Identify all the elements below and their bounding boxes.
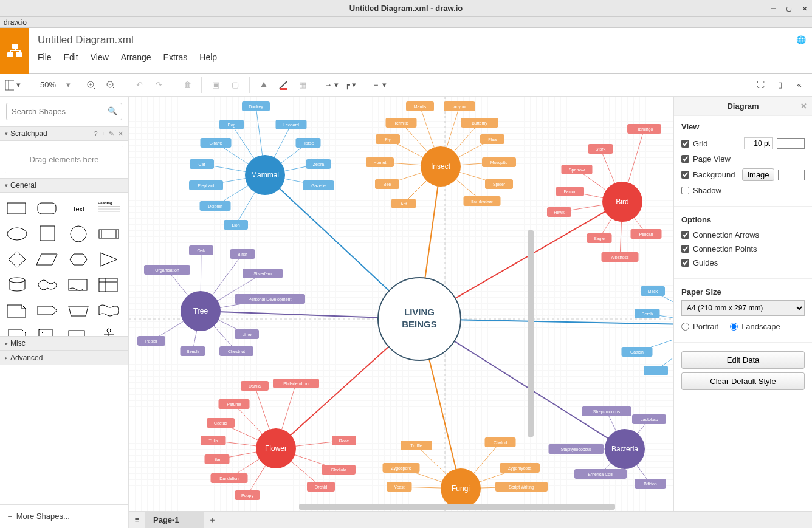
undo-icon[interactable]: ↶ <box>131 77 147 93</box>
format-panel-icon[interactable]: ▯ <box>772 77 788 93</box>
background-checkbox[interactable] <box>681 171 689 179</box>
line-color-icon[interactable] <box>275 77 291 93</box>
search-icon[interactable]: 🔍 <box>108 106 117 115</box>
palette-shape[interactable] <box>4 222 30 246</box>
svg-text:Ladybug: Ladybug <box>452 105 468 109</box>
grid-color-swatch[interactable] <box>777 138 805 149</box>
menu-file[interactable]: File <box>38 52 52 62</box>
svg-text:Elephant: Elephant <box>198 183 215 188</box>
svg-text:Fungi: Fungi <box>452 484 470 493</box>
fullscreen-icon[interactable]: ⛶ <box>752 77 768 93</box>
conn-points-checkbox[interactable] <box>681 245 689 253</box>
zoom-in-icon[interactable] <box>83 77 99 93</box>
language-icon[interactable]: 🌐 <box>796 35 806 44</box>
palette-shape[interactable] <box>95 298 122 323</box>
palette-shape[interactable] <box>34 196 61 221</box>
palette-shape[interactable]: Heading <box>95 196 122 221</box>
document-title[interactable]: Untitled Diagram.xml <box>29 28 812 47</box>
palette-shape[interactable] <box>34 273 61 297</box>
background-image-button[interactable]: Image <box>742 168 774 181</box>
guides-checkbox[interactable] <box>681 259 689 267</box>
collapse-icon[interactable]: « <box>791 77 807 93</box>
grid-size-input[interactable] <box>744 137 773 149</box>
to-front-icon[interactable]: ▣ <box>208 77 224 93</box>
palette-shape[interactable] <box>65 273 92 297</box>
page-tab[interactable]: Page-1 <box>146 512 204 529</box>
palette-shape[interactable] <box>34 222 61 246</box>
palette-shape[interactable] <box>4 196 30 221</box>
palette-shape[interactable] <box>95 222 122 246</box>
help-icon[interactable]: ? <box>94 130 97 138</box>
svg-text:Chytrid: Chytrid <box>494 441 507 445</box>
general-header[interactable]: ▾General <box>0 178 128 193</box>
palette-shape[interactable] <box>95 247 122 272</box>
paper-size-select[interactable]: A4 (210 mm x 297 mm) <box>681 300 805 316</box>
zoom-out-icon[interactable] <box>103 77 119 93</box>
close-scratchpad-icon[interactable]: ✕ <box>118 130 123 138</box>
misc-header[interactable]: ▸Misc <box>0 336 128 351</box>
palette-shape[interactable] <box>65 247 92 272</box>
menu-arrange[interactable]: Arrange <box>121 52 151 62</box>
close-panel-icon[interactable]: ✕ <box>800 101 807 111</box>
palette-shape[interactable] <box>95 273 122 297</box>
delete-icon[interactable]: 🗑 <box>179 77 195 93</box>
canvas-v-scrollbar[interactable] <box>528 230 534 437</box>
conn-arrows-checkbox[interactable] <box>681 231 689 239</box>
close-icon[interactable]: ✕ <box>802 4 807 13</box>
palette-shape[interactable] <box>4 273 30 297</box>
insert-icon[interactable]: ＋ ▾ <box>371 77 387 93</box>
palette-shape[interactable] <box>4 298 30 323</box>
more-shapes-button[interactable]: ＋ More Shapes... <box>0 504 128 528</box>
add-page-button[interactable]: ＋ <box>204 512 221 529</box>
connection-style-icon[interactable]: → ▾ <box>323 77 339 93</box>
grid-checkbox[interactable] <box>681 140 689 148</box>
svg-text:Dog: Dog <box>228 123 236 128</box>
menu-view[interactable]: View <box>91 52 109 62</box>
palette-shape[interactable]: Text <box>65 196 92 221</box>
edit-data-button[interactable]: Edit Data <box>681 351 805 369</box>
palette-shape[interactable] <box>34 324 61 336</box>
palette-shape[interactable] <box>34 247 61 272</box>
portrait-radio[interactable] <box>681 323 689 331</box>
background-color-swatch[interactable] <box>778 170 805 180</box>
palette-shape[interactable] <box>95 324 122 336</box>
shadow-toggle-icon[interactable]: ▦ <box>295 77 311 93</box>
shadow-checkbox[interactable] <box>681 187 689 194</box>
clear-style-button[interactable]: Clear Default Style <box>681 372 805 390</box>
palette-shape[interactable] <box>65 298 92 323</box>
search-input[interactable] <box>6 103 122 120</box>
landscape-radio[interactable] <box>730 323 738 331</box>
zoom-value[interactable]: 50% <box>33 80 63 89</box>
toolbar: ▾ 50%▾ ↶ ↷ 🗑 ▣ ▢ ▦ → ▾ ┏ ▾ ＋ ▾ ⛶ ▯ « <box>0 74 812 97</box>
waypoint-style-icon[interactable]: ┏ ▾ <box>343 77 359 93</box>
pages-menu-icon[interactable]: ≡ <box>129 512 146 529</box>
redo-icon[interactable]: ↷ <box>151 77 167 93</box>
canvas-h-scrollbar[interactable] <box>299 504 615 510</box>
svg-text:Hawk: Hawk <box>554 210 565 214</box>
palette-shape[interactable] <box>34 298 61 323</box>
svg-text:Mosquito: Mosquito <box>490 160 508 165</box>
palette-shape[interactable] <box>65 222 92 246</box>
canvas[interactable]: LIVINGBEINGSDonkeyDogLeopardGiraffeHorse… <box>129 97 673 528</box>
palette-shape[interactable] <box>4 324 30 336</box>
menu-help[interactable]: Help <box>199 52 217 62</box>
edit-icon[interactable]: ✎ <box>109 130 114 138</box>
options-heading: Options <box>681 215 805 224</box>
scratchpad-dropzone[interactable]: Drag elements here <box>5 146 123 173</box>
add-icon[interactable]: + <box>102 130 105 138</box>
view-dropdown[interactable]: ▾ <box>5 77 21 93</box>
to-back-icon[interactable]: ▢ <box>227 77 243 93</box>
svg-text:Cactus: Cactus <box>214 421 227 425</box>
palette-shape[interactable] <box>65 324 92 336</box>
left-panel: 🔍 ▾Scratchpad ?+✎✕ Drag elements here ▾G… <box>0 97 129 528</box>
fill-color-icon[interactable] <box>256 77 272 93</box>
menu-extras[interactable]: Extras <box>163 52 188 62</box>
maximize-icon[interactable]: ▢ <box>786 4 791 13</box>
pageview-checkbox[interactable] <box>681 155 689 163</box>
svg-text:Erherica Colli: Erherica Colli <box>588 472 613 476</box>
scratchpad-header[interactable]: ▾Scratchpad ?+✎✕ <box>0 126 128 141</box>
advanced-header[interactable]: ▸Advanced <box>0 351 128 365</box>
minimize-icon[interactable]: — <box>771 4 776 13</box>
menu-edit[interactable]: Edit <box>64 52 78 62</box>
palette-shape[interactable] <box>4 247 30 272</box>
